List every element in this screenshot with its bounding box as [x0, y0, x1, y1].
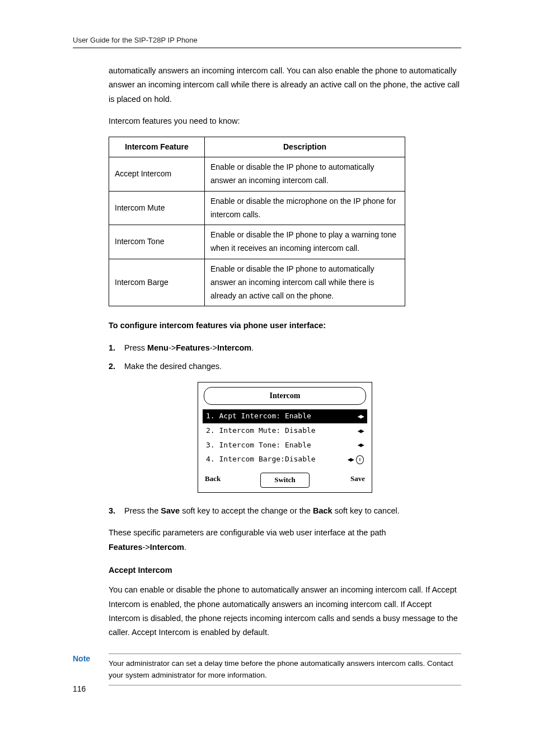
lcd-row-3: 3. Intercom Tone: Enable ◀▶: [203, 438, 367, 452]
step1-suffix: .: [251, 343, 254, 352]
step1-sep2: ->: [210, 343, 217, 352]
desc-cell: Enable or disable the IP phone to play a…: [205, 225, 405, 259]
feature-cell: Accept Intercom: [109, 157, 205, 192]
post-suffix: .: [184, 543, 186, 552]
page-number: 116: [73, 684, 86, 693]
intercom-feature-table: Intercom Feature Description Accept Inte…: [109, 137, 405, 307]
left-right-arrows-icon: ◀▶: [348, 454, 354, 465]
step1-features: Features: [176, 343, 209, 352]
table-header-feature: Intercom Feature: [109, 137, 205, 157]
lcd-row-4: 4. Intercom Barge:Disable ◀▶: [203, 452, 367, 466]
post-paragraph: These specific parameters are configurab…: [109, 526, 461, 554]
post-path2: Intercom: [150, 543, 184, 552]
left-right-arrows-icon: ◀▶: [358, 440, 364, 450]
post-prefix: These specific parameters are configurab…: [109, 528, 386, 537]
table-row: Intercom Barge Enable or disable the IP …: [109, 259, 405, 306]
post-sep: ->: [142, 543, 149, 552]
step3-prefix: Press the: [124, 506, 161, 515]
steps-list-continued: Press the Save soft key to accept the ch…: [109, 504, 461, 518]
step1-intercom: Intercom: [217, 343, 251, 352]
config-heading: To configure intercom features via phone…: [109, 319, 461, 333]
step-3: Press the Save soft key to accept the ch…: [109, 504, 461, 518]
scroll-indicator-icon: [356, 455, 364, 464]
lcd-screenshot: Intercom 1. Acpt Intercom: Enable ◀▶ 2. …: [198, 382, 372, 493]
post-path1: Features: [109, 543, 142, 552]
accept-intercom-body: You can enable or disable the phone to a…: [109, 583, 461, 640]
table-row: Intercom Mute Enable or disable the micr…: [109, 191, 405, 225]
intro-paragraph-2: Intercom features you need to know:: [109, 114, 461, 128]
main-content: automatically answers an incoming interc…: [109, 64, 461, 640]
step3-mid: soft key to accept the change or the: [180, 506, 313, 515]
step3-save: Save: [161, 506, 180, 515]
lcd-row-2: 2. Intercom Mute: Disable ◀▶: [203, 424, 367, 438]
lcd-list: 1. Acpt Intercom: Enable ◀▶ 2. Intercom …: [198, 409, 372, 470]
step1-sep1: ->: [168, 343, 176, 352]
step3-back: Back: [313, 506, 332, 515]
lcd-softkeys: Back Switch Save: [198, 470, 372, 492]
intro-paragraph-1: automatically answers an incoming interc…: [109, 64, 461, 106]
desc-cell: Enable or disable the IP phone to automa…: [205, 259, 405, 306]
page: User Guide for the SIP-T28P IP Phone aut…: [0, 0, 534, 756]
note-block: Note Your administrator can set a delay …: [73, 654, 461, 685]
feature-cell: Intercom Mute: [109, 191, 205, 225]
step-1: Press Menu->Features->Intercom.: [109, 341, 461, 355]
accept-intercom-heading: Accept Intercom: [109, 563, 461, 577]
desc-cell: Enable or disable the IP phone to automa…: [205, 157, 405, 192]
lcd-row4-label: 4. Intercom Barge:Disable: [206, 453, 348, 466]
step1-prefix: Press: [124, 343, 147, 352]
softkey-save: Save: [321, 473, 367, 488]
left-right-arrows-icon: ◀▶: [358, 411, 364, 422]
running-header: User Guide for the SIP-T28P IP Phone: [73, 36, 461, 48]
step3-suffix: soft key to cancel.: [332, 506, 400, 515]
left-right-arrows-icon: ◀▶: [358, 426, 364, 436]
step1-menu: Menu: [147, 343, 168, 352]
lcd-title: Intercom: [204, 387, 366, 405]
step-2: Make the desired changes.: [109, 360, 461, 374]
lcd-row1-label: 1. Acpt Intercom: Enable: [206, 410, 358, 423]
softkey-switch: Switch: [260, 473, 310, 488]
lcd-row2-label: 2. Intercom Mute: Disable: [206, 424, 358, 437]
table-header-description: Description: [205, 137, 405, 157]
steps-list: Press Menu->Features->Intercom. Make the…: [109, 341, 461, 374]
table-row: Accept Intercom Enable or disable the IP…: [109, 157, 405, 192]
lcd-row-1: 1. Acpt Intercom: Enable ◀▶: [203, 409, 367, 423]
note-text: Your administrator can set a delay time …: [109, 654, 461, 685]
feature-cell: Intercom Tone: [109, 225, 205, 259]
lcd-row3-label: 3. Intercom Tone: Enable: [206, 439, 358, 452]
desc-cell: Enable or disable the microphone on the …: [205, 191, 405, 225]
note-label: Note: [73, 654, 109, 685]
table-row: Intercom Tone Enable or disable the IP p…: [109, 225, 405, 259]
softkey-back: Back: [203, 473, 249, 488]
feature-cell: Intercom Barge: [109, 259, 205, 306]
